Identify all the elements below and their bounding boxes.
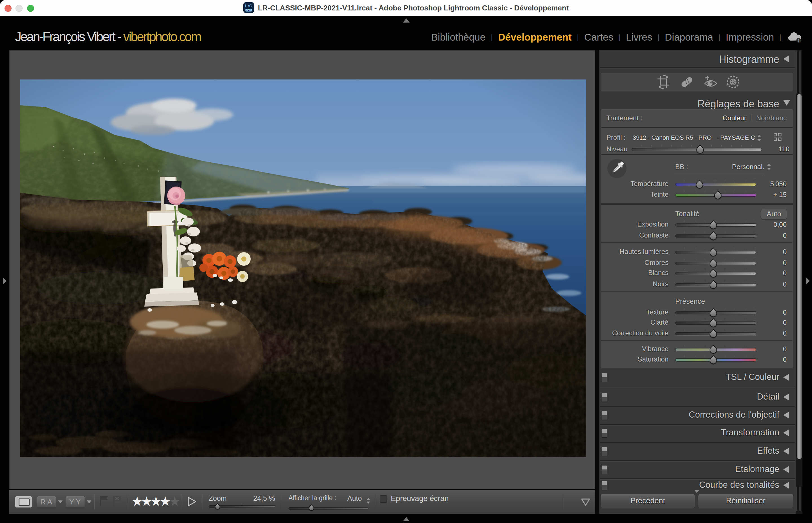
svg-text:CAT: CAT (246, 9, 251, 12)
svg-text:LrC: LrC (245, 4, 252, 8)
svg-text:!: ! (798, 38, 799, 43)
